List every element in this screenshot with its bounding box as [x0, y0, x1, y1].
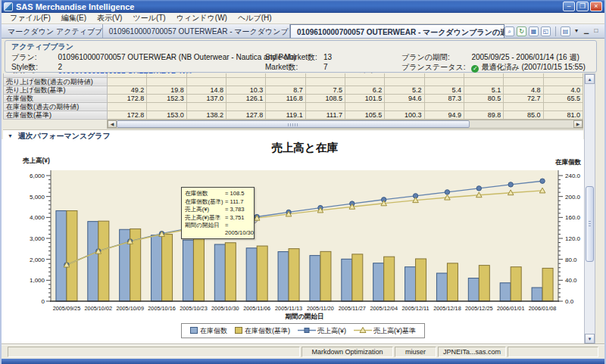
sales-point[interactable]: [508, 182, 513, 187]
grid-cell[interactable]: [424, 102, 464, 110]
bar-inventory[interactable]: [246, 248, 257, 301]
h-scroll-track[interactable]: [117, 120, 573, 128]
grid-cell[interactable]: [108, 102, 147, 110]
refresh-icon[interactable]: ↻: [517, 26, 526, 36]
grid-cell[interactable]: [543, 77, 583, 86]
tab-weekly-detail[interactable]: 0109610000700057 OUTERWEAR - マークダウンプランの週…: [290, 24, 504, 38]
bar-inventory[interactable]: [532, 288, 542, 301]
grid-cell[interactable]: 49.2: [108, 86, 147, 94]
grid-cell[interactable]: 89.8: [464, 110, 503, 119]
grid-cell[interactable]: 127.8: [226, 110, 265, 119]
grid-cell[interactable]: 172.8: [108, 110, 147, 119]
bar-inventory[interactable]: [88, 222, 98, 301]
bar-inventory-base[interactable]: [511, 267, 521, 301]
scroll-right-icon[interactable]: ▶: [573, 120, 583, 128]
sales-point[interactable]: [540, 179, 545, 183]
grid-cell[interactable]: 5.2: [385, 86, 424, 94]
graph-section-header[interactable]: ▼ 週次パフォーマンスグラフ: [3, 129, 583, 139]
grid-cell[interactable]: 10.3: [226, 86, 265, 94]
grid-cell[interactable]: 19.8: [147, 86, 186, 94]
grid-cell[interactable]: [147, 77, 186, 86]
app-icon[interactable]: [4, 2, 13, 11]
grid-cell[interactable]: 126.1: [226, 94, 265, 102]
bar-inventory[interactable]: [278, 252, 289, 301]
grid-cell[interactable]: [186, 102, 226, 110]
table-h-scrollbar[interactable]: ◀ ▶: [107, 120, 583, 129]
menu-window[interactable]: ウィンドウ(W): [171, 13, 233, 23]
grid-cell[interactable]: [266, 102, 305, 110]
grid-cell[interactable]: [543, 102, 583, 110]
sales-point[interactable]: [476, 186, 481, 191]
grid-cell[interactable]: 172.8: [108, 94, 147, 102]
bar-inventory-base[interactable]: [225, 243, 236, 301]
grid-cell[interactable]: [226, 102, 265, 110]
grid-cell[interactable]: 111.7: [305, 110, 345, 119]
bar-inventory[interactable]: [468, 278, 479, 301]
bar-inventory-base[interactable]: [67, 210, 77, 301]
grid-cell[interactable]: 138.2: [186, 110, 226, 119]
grid-cell[interactable]: [464, 102, 503, 110]
grid-cell[interactable]: [504, 102, 543, 110]
grid-cell[interactable]: 108.5: [305, 94, 345, 102]
bar-inventory[interactable]: [373, 263, 384, 301]
grid-cell[interactable]: [226, 77, 265, 86]
grid-cell[interactable]: 119.1: [266, 110, 305, 119]
bar-inventory-base[interactable]: [416, 259, 426, 301]
bar-inventory[interactable]: [310, 256, 320, 301]
tab-markdown-active-plan[interactable]: マークダウン アクティブプラン: [2, 24, 103, 38]
grid-cell[interactable]: 101.5: [345, 94, 384, 102]
grid-cell[interactable]: 85.0: [504, 110, 543, 119]
grid-cell[interactable]: [108, 77, 147, 86]
grid-cell[interactable]: 5.4: [424, 86, 464, 94]
bar-inventory-base[interactable]: [162, 235, 173, 301]
grid-cell[interactable]: [464, 77, 503, 86]
bar-inventory[interactable]: [436, 273, 447, 301]
bar-inventory-base[interactable]: [352, 254, 363, 301]
bar-inventory-base[interactable]: [542, 268, 553, 301]
sales-point[interactable]: [445, 190, 449, 194]
bar-inventory[interactable]: [214, 244, 225, 301]
window-view-icon[interactable]: ◱: [541, 26, 551, 36]
table-view-icon[interactable]: ▦: [529, 26, 539, 36]
grid-cell[interactable]: 94.9: [424, 110, 464, 119]
minimize-view-icon[interactable]: ▁: [583, 26, 590, 36]
v-scroll-thumb[interactable]: [586, 186, 594, 262]
bar-inventory[interactable]: [342, 259, 352, 301]
bar-inventory[interactable]: [500, 283, 511, 301]
grid-cell[interactable]: [147, 102, 186, 110]
grid-cell[interactable]: 6.2: [345, 86, 384, 94]
grid-cell[interactable]: 8.7: [266, 86, 305, 94]
vertical-scrollbar[interactable]: ▲ ▼: [584, 73, 595, 344]
grid-cell[interactable]: 81.0: [543, 110, 583, 119]
grid-cell[interactable]: [385, 102, 424, 110]
close-button[interactable]: ×: [590, 2, 602, 11]
grid-cell[interactable]: 65.5: [543, 94, 583, 102]
grid-cell[interactable]: 116.8: [266, 94, 305, 102]
menu-tools[interactable]: ツール(T): [127, 13, 170, 23]
grid-cell[interactable]: 72.7: [504, 94, 543, 102]
grid-cell[interactable]: [305, 77, 345, 86]
grid-cell[interactable]: [266, 77, 305, 86]
bar-inventory[interactable]: [56, 210, 67, 301]
report-menu-icon[interactable]: ▤: [561, 26, 570, 36]
menu-edit[interactable]: 編集(E): [56, 13, 92, 23]
grid-cell[interactable]: [186, 77, 226, 86]
grid-cell[interactable]: 14.8: [186, 86, 226, 94]
bar-inventory-base[interactable]: [479, 266, 489, 301]
bar-inventory-base[interactable]: [289, 249, 299, 301]
chevron-down-icon[interactable]: ▾: [573, 26, 580, 36]
bar-inventory-base[interactable]: [384, 257, 395, 301]
menu-view[interactable]: 表示(V): [92, 13, 127, 23]
grid-cell[interactable]: [345, 102, 384, 110]
menu-help[interactable]: ヘルプ(H): [233, 13, 277, 23]
bar-inventory-base[interactable]: [320, 251, 331, 301]
grid-cell[interactable]: 100.3: [385, 110, 424, 119]
tab-plan-overview[interactable]: 0109610000700057 OUTERWEAR - マークダウンプランの概…: [103, 24, 290, 38]
grid-cell[interactable]: 137.0: [186, 94, 226, 102]
bar-inventory-base[interactable]: [257, 246, 267, 301]
bar-inventory[interactable]: [405, 267, 416, 301]
grid-cell[interactable]: [504, 77, 543, 86]
grid-cell[interactable]: [385, 77, 424, 86]
grid-cell[interactable]: 5.1: [464, 86, 503, 94]
grid-cell[interactable]: 80.5: [464, 94, 503, 102]
